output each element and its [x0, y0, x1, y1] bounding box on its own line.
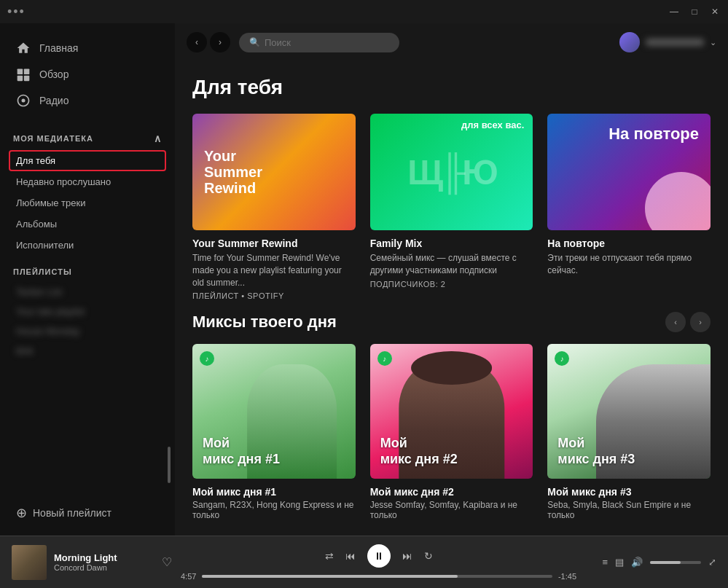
- sidebar-item-radio[interactable]: Радио: [9, 87, 166, 114]
- mix-card-2[interactable]: ♪ Моймикс дня #2 Мой микс дня #2 Jesse S…: [370, 344, 533, 520]
- sidebar-nav: Главная Обзор Радио: [0, 23, 175, 121]
- svg-rect-1: [24, 69, 30, 75]
- like-button[interactable]: ♡: [162, 555, 172, 569]
- time-remaining: -1:45: [558, 572, 576, 581]
- card-repeat[interactable]: На повторе На повторе Эти треки не отпус…: [547, 114, 711, 300]
- card-repeat-image: На повторе: [547, 114, 711, 230]
- volume-fill: [650, 561, 681, 564]
- playlist-item-1[interactable]: Tanker List: [9, 282, 166, 302]
- svg-rect-3: [24, 76, 30, 82]
- player-right-controls: ≡ ▤ 🔊 ⤢: [585, 557, 716, 568]
- card-family-desc: Семейный микс — слушай вместе с другими …: [370, 252, 533, 277]
- menu-dots[interactable]: •••: [7, 4, 26, 20]
- card-summer-title: Your Summer Rewind: [192, 238, 356, 249]
- plus-icon: ⊕: [16, 505, 27, 521]
- card-summer-rewind[interactable]: YourSummerRewind Your Summer Rewind Time…: [192, 114, 356, 300]
- collapse-icon[interactable]: ∧: [154, 133, 162, 144]
- progress-fill: [202, 575, 458, 578]
- home-icon: [16, 41, 31, 55]
- card-family-meta: ПОДПИСЧИКОВ: 2: [370, 280, 533, 289]
- shuffle-button[interactable]: ⇄: [325, 550, 334, 562]
- mix-3-label: Моймикс дня #3: [557, 436, 635, 467]
- featured-cards: YourSummerRewind Your Summer Rewind Time…: [192, 114, 711, 300]
- library-section-title: МОЯ МЕДИАТЕКА ∧: [0, 121, 175, 150]
- maximize-button[interactable]: □: [689, 6, 700, 17]
- playlist-item-4[interactable]: blnk: [9, 341, 166, 361]
- playlist-item-3[interactable]: House Monday: [9, 321, 166, 341]
- card-summer-desc: Time for Your Summer Rewind! We've made …: [192, 252, 356, 289]
- mix-card-3[interactable]: ♪ Моймикс дня #3 Мой микс дня #3 Seba, S…: [547, 344, 711, 520]
- volume-icon: 🔊: [631, 557, 643, 568]
- minimize-button[interactable]: —: [668, 6, 680, 17]
- player-bar: Morning Light Concord Dawn ♡ ⇄ ⏮ ⏸ ⏭ ↻ 4…: [0, 536, 728, 588]
- player-progress: 4:57 -1:45: [181, 572, 576, 581]
- username-blurred: [646, 39, 704, 46]
- mix-1-label: Моймикс дня #1: [203, 436, 280, 467]
- mix-1-title: Мой микс дня #1: [192, 486, 356, 498]
- card-summer-image: YourSummerRewind: [192, 114, 356, 230]
- mix-3-desc: Seba, Smyla, Black Sun Empire и не тольк…: [547, 500, 711, 520]
- sidebar-item-favorites[interactable]: Любимые треки: [9, 192, 166, 213]
- next-button[interactable]: ⏭: [402, 550, 412, 562]
- card-repeat-desc: Эти треки не отпускают тебя прямо сейчас…: [547, 252, 711, 277]
- summer-inner-title: YourSummerRewind: [204, 148, 262, 196]
- mix-card-1[interactable]: ♪ Моймикс дня #1 Мой микс дня #1 Sangam,…: [192, 344, 356, 520]
- prev-button[interactable]: ⏮: [345, 550, 356, 562]
- forward-button[interactable]: ›: [210, 32, 230, 52]
- card-summer-meta: ПЛЕЙЛИСТ • SPOTIFY: [192, 291, 356, 300]
- back-button[interactable]: ‹: [187, 32, 207, 52]
- play-pause-button[interactable]: ⏸: [367, 544, 391, 568]
- new-playlist-label: Новый плейлист: [33, 507, 111, 519]
- lyrics-button[interactable]: ≡: [602, 557, 608, 568]
- search-box: 🔍: [239, 33, 399, 52]
- scroll-area[interactable]: Для тебя YourSummerRewind Your Summer Re…: [175, 61, 728, 536]
- chevron-down-icon[interactable]: ⌄: [710, 38, 716, 47]
- sidebar-playlists: Tanker List Your late playlist House Mon…: [0, 282, 175, 386]
- mixes-title: Миксы твоего дня: [192, 313, 337, 332]
- svg-point-4: [22, 99, 26, 103]
- sidebar-library: Для тебя Недавно прослушано Любимые трек…: [0, 150, 175, 256]
- sidebar-item-browse-label: Обзор: [39, 68, 69, 80]
- player-track-info: Morning Light Concord Dawn ♡: [12, 545, 172, 580]
- sidebar-item-artists[interactable]: Исполнители: [9, 235, 166, 256]
- search-input[interactable]: [265, 37, 381, 48]
- playlist-item-2[interactable]: Your late playlist: [9, 302, 166, 321]
- sidebar: Главная Обзор Радио МОЯ МЕДИАТЕКА ∧ Для …: [0, 23, 175, 536]
- sidebar-item-recent[interactable]: Недавно прослушано: [9, 171, 166, 192]
- mixes-next-button[interactable]: ›: [690, 312, 711, 332]
- time-current: 4:57: [181, 572, 196, 581]
- mix-2-title: Мой микс дня #2: [370, 486, 533, 498]
- mix-3-title: Мой микс дня #3: [547, 486, 711, 498]
- sidebar-item-albums[interactable]: Альбомы: [9, 213, 166, 235]
- sidebar-item-home-label: Главная: [39, 42, 78, 54]
- top-bar: ‹ › 🔍 ⌄: [175, 23, 728, 61]
- repeat-button[interactable]: ↻: [424, 550, 433, 562]
- mixes-prev-button[interactable]: ‹: [665, 312, 686, 332]
- radio-icon: [16, 93, 31, 108]
- mixes-section-header: Миксы твоего дня ‹ ›: [192, 312, 711, 332]
- page-title: Для тебя: [192, 76, 711, 99]
- sidebar-bottom: ⊕ Новый плейлист: [0, 490, 175, 536]
- close-button[interactable]: ✕: [709, 6, 721, 17]
- nav-arrows: ‹ ›: [187, 32, 230, 52]
- mix-2-label: Моймикс дня #2: [380, 436, 458, 467]
- sidebar-item-radio-label: Радио: [39, 95, 69, 106]
- spotify-icon-mix2: ♪: [377, 351, 392, 366]
- sidebar-item-home[interactable]: Главная: [9, 35, 166, 61]
- card-family-mix[interactable]: Щ╟Ю для всех вас. Family Mix Семейный ми…: [370, 114, 533, 300]
- fullscreen-button[interactable]: ⤢: [708, 557, 716, 568]
- sidebar-item-for-you[interactable]: Для тебя: [9, 150, 166, 171]
- svg-rect-2: [17, 76, 23, 82]
- new-playlist-button[interactable]: ⊕ Новый плейлист: [9, 499, 166, 527]
- card-repeat-title: На повторе: [547, 238, 711, 249]
- sidebar-item-browse[interactable]: Обзор: [9, 61, 166, 87]
- mix-cards: ♪ Моймикс дня #1 Мой микс дня #1 Sangam,…: [192, 344, 711, 520]
- volume-bar[interactable]: [650, 561, 701, 564]
- queue-button[interactable]: ▤: [615, 557, 624, 568]
- progress-bar[interactable]: [202, 575, 552, 578]
- window-controls[interactable]: — □ ✕: [668, 6, 721, 17]
- mix-1-desc: Sangam, R23X, Hong Kong Express и не тол…: [192, 500, 356, 520]
- browse-icon: [16, 67, 31, 82]
- user-area: ⌄: [619, 32, 716, 52]
- mix-1-image: ♪ Моймикс дня #1: [192, 344, 356, 479]
